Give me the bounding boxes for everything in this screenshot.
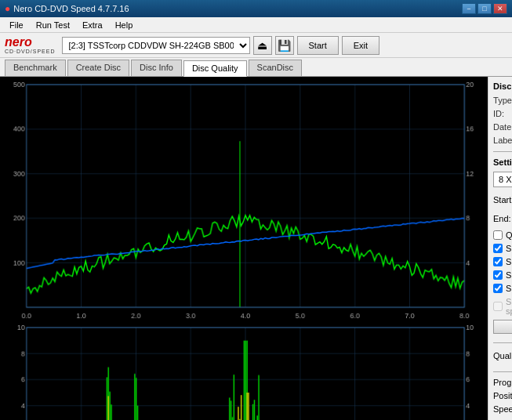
cb-jitter: Show jitter — [493, 270, 512, 280]
show-c1-pie-checkbox[interactable] — [493, 244, 503, 253]
end-label: End: — [493, 214, 511, 223]
minimize-button[interactable]: − — [462, 3, 476, 14]
title-bar: ● Nero CD-DVD Speed 4.7.7.16 − □ ✕ — [0, 0, 512, 17]
speed-row: Speed: 3.44 X — [493, 404, 512, 414]
show-c2-pif-checkbox[interactable] — [493, 257, 503, 266]
show-jitter-checkbox[interactable] — [493, 270, 503, 280]
title-bar-text: Nero CD-DVD Speed 4.7.7.16 — [13, 4, 129, 13]
divider-3 — [493, 371, 512, 372]
bottom-chart — [2, 323, 486, 420]
cb-write-speed: Show write speed — [493, 297, 512, 316]
cb-quick-scan: Quick scan — [493, 230, 512, 240]
nero-logo: nero CD·DVD/SPEED — [5, 36, 56, 54]
maximize-button[interactable]: □ — [478, 3, 492, 14]
charts-container — [0, 77, 488, 420]
disc-info-title: Disc info — [493, 81, 512, 91]
tabs-bar: Benchmark Create Disc Disc Info Disc Qua… — [0, 58, 512, 77]
quick-scan-checkbox[interactable] — [493, 230, 503, 240]
exit-button[interactable]: Exit — [342, 36, 379, 55]
speed-selector[interactable]: 8 X Max 1 X 2 X 4 X 16 X — [493, 172, 512, 187]
quality-score-row: Quality score: 84 — [493, 349, 512, 363]
speed-settings: 8 X Max 1 X 2 X 4 X 16 X ⟳ — [493, 172, 512, 187]
tab-disc-info[interactable]: Disc Info — [131, 60, 182, 76]
tab-disc-quality[interactable]: Disc Quality — [183, 60, 247, 77]
quality-score-label: Quality score: — [493, 351, 512, 360]
cb-c2-pif: Show C2/PIF — [493, 257, 512, 266]
tab-benchmark[interactable]: Benchmark — [5, 60, 66, 76]
speed-label: Speed: — [493, 404, 512, 414]
show-write-speed-label: Show write speed — [506, 297, 512, 316]
show-write-speed-checkbox[interactable] — [493, 302, 503, 311]
disc-id-row: ID: MKM 003 — [493, 109, 512, 118]
disc-id-label: ID: — [493, 109, 512, 118]
toolbar: nero CD·DVD/SPEED [2:3] TSSTcorp CDDVDW … — [0, 33, 512, 58]
quick-scan-label: Quick scan — [506, 230, 512, 240]
cb-read-speed: Show read speed — [493, 284, 512, 293]
start-label: Start: — [493, 195, 512, 205]
tab-create-disc[interactable]: Create Disc — [67, 60, 129, 76]
save-icon[interactable]: 💾 — [275, 36, 294, 55]
menu-extra[interactable]: Extra — [76, 19, 109, 31]
right-panel: Disc info Type: DVD+R DL ID: MKM 003 Dat… — [488, 77, 512, 420]
eject-icon[interactable]: ⏏ — [253, 36, 272, 55]
disc-type-row: Type: DVD+R DL — [493, 96, 512, 105]
drive-selector[interactable]: [2:3] TSSTcorp CDDVDW SH-224GB SB00 — [62, 37, 250, 54]
disc-type-label: Type: — [493, 96, 512, 105]
position-label: Position: — [493, 391, 512, 400]
position-row: Position: 8151 MB — [493, 391, 512, 400]
title-bar-controls: − □ ✕ — [462, 3, 507, 14]
disc-label-label: Label: — [493, 136, 512, 145]
divider-1 — [493, 151, 512, 152]
start-input-row: Start: — [493, 193, 512, 207]
tab-scan-disc[interactable]: ScanDisc — [249, 60, 302, 76]
disc-date-row: Date: 15 Jul 2022 — [493, 122, 512, 132]
show-c1-pie-label: Show C1/PIE — [506, 244, 512, 253]
progress-row: Progress: 100 % — [493, 378, 512, 387]
show-jitter-label: Show jitter — [506, 270, 512, 280]
progress-label: Progress: — [493, 378, 512, 387]
settings-title: Settings — [493, 158, 512, 167]
show-c2-pif-label: Show C2/PIF — [506, 257, 512, 266]
show-read-speed-checkbox[interactable] — [493, 284, 503, 293]
disc-date-label: Date: — [493, 122, 512, 132]
close-button[interactable]: ✕ — [493, 3, 507, 14]
app-icon: ● — [5, 3, 10, 14]
title-bar-left: ● Nero CD-DVD Speed 4.7.7.16 — [5, 3, 129, 14]
disc-label-row: Label: - — [493, 136, 512, 145]
menu-help[interactable]: Help — [109, 19, 140, 31]
main-content: PI Errors Average: 1.80 Maximum: 373 Tot… — [0, 77, 512, 420]
divider-2 — [493, 342, 512, 343]
top-chart — [2, 78, 486, 321]
menu-bar: File Run Test Extra Help — [0, 17, 512, 33]
menu-run-test[interactable]: Run Test — [30, 19, 76, 31]
show-read-speed-label: Show read speed — [506, 284, 512, 293]
cb-c1-pie: Show C1/PIE — [493, 244, 512, 253]
advanced-button[interactable]: Advanced — [493, 320, 512, 334]
start-button[interactable]: Start — [297, 36, 339, 55]
end-input-row: End: — [493, 212, 512, 226]
menu-file[interactable]: File — [3, 19, 30, 31]
chart-wrapper: PI Errors Average: 1.80 Maximum: 373 Tot… — [0, 77, 488, 420]
